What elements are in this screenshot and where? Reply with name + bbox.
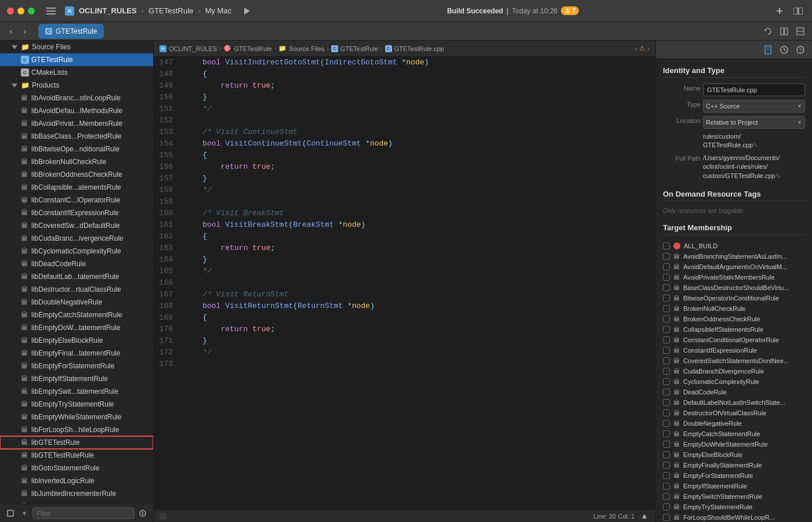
sidebar-item-gte-test-rule[interactable]: C GTETestRule	[0, 53, 153, 66]
membership-checkbox-0[interactable]	[663, 253, 670, 260]
membership-checkbox-13[interactable]	[663, 389, 670, 396]
inspector-name-input[interactable]	[703, 84, 805, 96]
sidebar-item-lib-12[interactable]: 🏛 libCyclomaticComplexityRule	[0, 245, 153, 258]
sidebar-item-lib-19[interactable]: 🏛 libEmptyElseBlockRule	[0, 334, 153, 347]
inspector-help-btn[interactable]: ?	[793, 43, 807, 57]
sidebar-item-lib-2[interactable]: 🏛 libAvoidPrivat...MembersRule	[0, 117, 153, 130]
membership-checkbox-19[interactable]	[663, 451, 670, 458]
membership-checkbox-9[interactable]	[663, 347, 670, 354]
breadcrumb-warning-right[interactable]: ›	[647, 45, 650, 52]
membership-checkbox-14[interactable]	[663, 399, 670, 406]
membership-checkbox-3[interactable]	[663, 284, 670, 291]
sidebar-item-lib-23[interactable]: 🏛 libEmptySwit...tatementRule	[0, 385, 153, 398]
sidebar-item-lib-8[interactable]: 🏛 libConstantC...lOperatorRule	[0, 194, 153, 206]
sidebar-item-lib-21[interactable]: 🏛 libEmptyForStatementRule	[0, 360, 153, 372]
membership-checkbox-1[interactable]	[663, 263, 670, 270]
sidebar-item-lib-4[interactable]: 🏛 libBitwiseOpe...nditionalRule	[0, 143, 153, 155]
membership-checkbox-6[interactable]	[663, 316, 670, 322]
more-button[interactable]	[793, 24, 807, 38]
inspector-location-select[interactable]: Relative to Project ▼	[703, 116, 805, 129]
sidebar-item-lib-16[interactable]: 🏛 libDoubleNegativeRule	[0, 296, 153, 309]
sidebar-item-lib-9[interactable]: 🏛 libConstantIfExpressionRule	[0, 206, 153, 219]
membership-checkbox-4[interactable]	[663, 295, 670, 302]
sidebar-item-lib-18[interactable]: 🏛 libEmptyDoW...tatementRule	[0, 321, 153, 334]
sidebar-item-cmake[interactable]: C CMakeLists	[0, 66, 153, 79]
warning-badge[interactable]: ⚠ 7	[561, 6, 579, 15]
membership-checkbox-all-build[interactable]	[663, 242, 670, 249]
sidebar-footer-btn-3[interactable]	[137, 507, 148, 519]
layout-button[interactable]	[791, 4, 805, 18]
inspector-file-btn[interactable]	[761, 43, 775, 57]
sidebar-item-lib-26[interactable]: 🏛 libForLoopSh...hileLoopRule	[0, 423, 153, 436]
membership-checkbox-8[interactable]	[663, 336, 670, 343]
back-button[interactable]: ‹	[5, 25, 17, 38]
status-expand-btn[interactable]	[639, 511, 650, 521]
forward-button[interactable]: ›	[19, 25, 31, 38]
membership-checkbox-15[interactable]	[663, 409, 670, 416]
sidebar-item-lib-0[interactable]: 🏛 libAvoidBranc...stInLoopRule	[0, 92, 153, 104]
membership-checkbox-12[interactable]	[663, 378, 670, 385]
breadcrumb-file[interactable]: C GTETestRule.cpp	[385, 45, 444, 52]
minimize-button[interactable]	[17, 8, 24, 14]
split-button[interactable]	[777, 24, 791, 38]
membership-checkbox-24[interactable]	[663, 503, 670, 510]
close-button[interactable]	[7, 8, 14, 14]
breadcrumb-group[interactable]: C GTETestRule	[331, 45, 378, 52]
sidebar-item-lib-17[interactable]: 🏛 libEmptyCatchStatementRule	[0, 309, 153, 321]
membership-checkbox-23[interactable]	[663, 493, 670, 500]
sidebar-item-lib-29[interactable]: 🏛 libInvertedLogicRule	[0, 474, 153, 487]
sidebar-item-lib-13[interactable]: 🏛 libDeadCodeRule	[0, 258, 153, 270]
run-button[interactable]	[241, 5, 253, 17]
sidebar-item-lib-1[interactable]: 🏛 libAvoidDefau...lMethodsRule	[0, 104, 153, 117]
filter-input[interactable]	[32, 507, 135, 519]
sidebar-item-lib-28[interactable]: 🏛 libGotoStatementRule	[0, 462, 153, 474]
sidebar-footer-btn-2[interactable]: +	[19, 507, 30, 519]
sync-button[interactable]	[761, 24, 775, 38]
membership-checkbox-20[interactable]	[663, 462, 670, 469]
membership-checkbox-25[interactable]	[663, 514, 670, 521]
sidebar-item-lib-5[interactable]: 🏛 libBrokenNullCheckRule	[0, 155, 153, 168]
sidebar-item-lib-10[interactable]: 🏛 libCoveredSw...dDefaultRule	[0, 219, 153, 232]
sidebar-item-libgte[interactable]: 🏛 libGTETestRule	[0, 436, 153, 449]
sidebar-toggle-button[interactable]	[44, 4, 58, 18]
sidebar-group-products[interactable]: 📁 Products	[0, 79, 153, 92]
sidebar-item-lib-11[interactable]: 🏛 libCudaBranc...ivergenceRule	[0, 232, 153, 245]
breadcrumb-source-files[interactable]: 📁 Source Files	[278, 45, 324, 52]
sidebar-item-lib-6[interactable]: 🏛 libBrokenOddnessCheckRule	[0, 168, 153, 181]
sidebar-item-lib-20[interactable]: 🏛 libEmptyFinal...tatementRule	[0, 347, 153, 360]
membership-checkbox-17[interactable]	[663, 430, 670, 437]
breadcrumb-target[interactable]: 🎯 GTETestRule	[223, 45, 271, 52]
fullscreen-button[interactable]	[28, 8, 35, 14]
membership-checkbox-18[interactable]	[663, 441, 670, 448]
active-tab[interactable]: C GTETestRule	[38, 24, 104, 39]
breadcrumb-warning-left[interactable]: ‹	[635, 45, 637, 52]
sidebar-item-lib-27[interactable]: 🏛 libGTETestRuleRule	[0, 449, 153, 462]
sidebar-group-source-files[interactable]: 📁 Source Files	[0, 41, 153, 53]
add-button[interactable]	[773, 4, 786, 18]
inspector-clock-btn[interactable]	[777, 43, 791, 57]
sidebar-item-lib-3[interactable]: 🏛 libBaseClass...ProtectedRule	[0, 130, 153, 143]
membership-checkbox-7[interactable]	[663, 326, 670, 333]
sidebar-item-lib-24[interactable]: 🏛 libEmptyTryStatementRule	[0, 398, 153, 411]
membership-checkbox-16[interactable]	[663, 420, 670, 427]
membership-checkbox-5[interactable]	[663, 305, 670, 312]
membership-checkbox-22[interactable]	[663, 483, 670, 490]
breadcrumb-project-label: OCLINT_RULES	[169, 45, 217, 52]
sidebar-item-lib-15[interactable]: 🏛 libDestructor...rtualClassRule	[0, 283, 153, 296]
sidebar-item-lib-25[interactable]: 🏛 libEmptyWhileStatementRule	[0, 411, 153, 423]
membership-checkbox-10[interactable]	[663, 357, 670, 364]
sidebar-footer-btn-1[interactable]	[5, 507, 16, 519]
inspector-type-select[interactable]: C++ Source ▼	[703, 100, 805, 113]
toolbar-right-buttons	[761, 24, 807, 38]
code-editor[interactable]: 147 bool VisitIndirectGotoStmt(IndirectG…	[154, 57, 655, 509]
sidebar-item-lib-30[interactable]: 🏛 libJumbledIncrementerRule	[0, 487, 153, 500]
membership-checkbox-21[interactable]	[663, 472, 670, 479]
sidebar-item-lib-7[interactable]: 🏛 libCollapsible...atementsRule	[0, 181, 153, 194]
sidebar-item-lib-22[interactable]: 🏛 libEmptyIfStatementRule	[0, 372, 153, 385]
breadcrumb-project[interactable]: A OCLINT_RULES	[160, 45, 217, 52]
membership-checkbox-11[interactable]	[663, 368, 670, 375]
path-edit-icon[interactable]: ✎	[753, 141, 758, 150]
sidebar-item-lib-14[interactable]: 🏛 libDefaultLab...tatementRule	[0, 270, 153, 283]
fullpath-edit-icon[interactable]: ✎	[775, 172, 781, 180]
membership-checkbox-2[interactable]	[663, 274, 670, 281]
